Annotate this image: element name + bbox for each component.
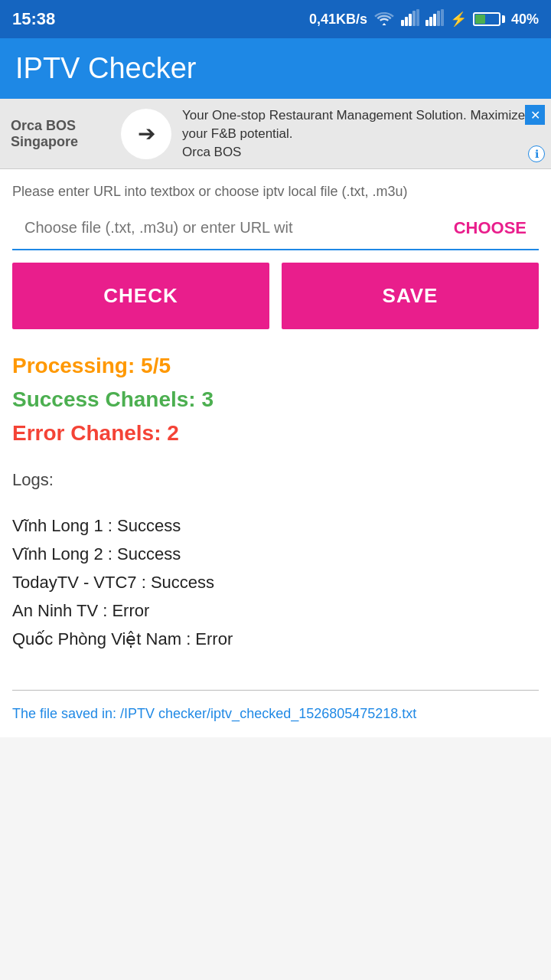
saved-file-text: The file saved in: /IPTV checker/iptv_ch… (0, 698, 551, 737)
success-stat: Success Chanels: 3 (12, 383, 539, 416)
svg-rect-3 (412, 11, 416, 26)
battery-indicator (473, 12, 505, 26)
ad-arrow-circle[interactable]: ➔ (121, 109, 171, 159)
app-header: IPTV Checker (0, 38, 551, 99)
check-button[interactable]: CHECK (12, 263, 269, 329)
log-entry: TodayTV - VTC7 : Success (12, 570, 539, 595)
log-entry: An Ninh TV : Error (12, 598, 539, 623)
log-entry: Vĩnh Long 1 : Success (12, 513, 539, 538)
ad-arrow-icon: ➔ (138, 121, 155, 146)
charging-icon: ⚡ (450, 11, 467, 28)
svg-rect-6 (429, 17, 432, 26)
app-title: IPTV Checker (15, 52, 197, 84)
ad-close-button[interactable]: ✕ (525, 105, 545, 125)
log-entries: Vĩnh Long 1 : SuccessVĩnh Long 2 : Succe… (12, 513, 539, 652)
signal-icon-2 (425, 9, 444, 30)
svg-rect-5 (425, 20, 429, 26)
status-right: 0,41KB/s (309, 9, 539, 30)
log-entry: Vĩnh Long 2 : Success (12, 541, 539, 567)
ad-brand-line2: Singapore (11, 134, 78, 150)
choose-button[interactable]: CHOOSE (445, 218, 527, 238)
signal-icon-1 (401, 9, 419, 30)
ad-subline: Orca BOS (182, 145, 241, 159)
logs-section: Logs: Vĩnh Long 1 : SuccessVĩnh Long 2 :… (0, 458, 551, 667)
action-row: CHECK SAVE (0, 250, 551, 341)
ad-text-block: Your One-stop Restaurant Management Solu… (182, 106, 540, 161)
battery-percent: 40% (511, 11, 539, 28)
svg-rect-4 (416, 9, 419, 26)
error-stat: Error Chanels: 2 (12, 416, 539, 450)
wifi-icon (373, 9, 395, 30)
svg-rect-9 (441, 9, 444, 26)
log-entry: Quốc Phòng Việt Nam : Error (12, 626, 539, 652)
status-bar: 15:38 0,41KB/s (0, 0, 551, 38)
network-speed: 0,41KB/s (309, 11, 367, 28)
ad-brand-line1: Orca BOS (11, 118, 76, 134)
svg-rect-8 (437, 11, 440, 26)
save-button[interactable]: SAVE (282, 263, 539, 329)
svg-rect-2 (409, 14, 412, 26)
stats-section: Processing: 5/5 Success Chanels: 3 Error… (0, 341, 551, 458)
logs-label: Logs: (12, 470, 539, 490)
main-content: Please enter URL into textbox or choose … (0, 169, 551, 737)
hint-text: Please enter URL into textbox or choose … (0, 169, 551, 207)
url-input[interactable] (24, 214, 445, 241)
svg-rect-1 (405, 17, 408, 26)
ad-banner: Orca BOS Singapore ➔ Your One-stop Resta… (0, 99, 551, 169)
url-input-row: CHOOSE (12, 207, 539, 250)
processing-stat: Processing: 5/5 (12, 349, 539, 383)
svg-rect-0 (401, 20, 404, 26)
ad-headline: Your One-stop Restaurant Management Solu… (182, 108, 525, 141)
ad-info-button[interactable]: ℹ (528, 145, 545, 162)
svg-rect-7 (433, 14, 436, 26)
footer-divider (12, 690, 539, 691)
time: 15:38 (12, 9, 55, 29)
ad-brand: Orca BOS Singapore (11, 118, 110, 150)
